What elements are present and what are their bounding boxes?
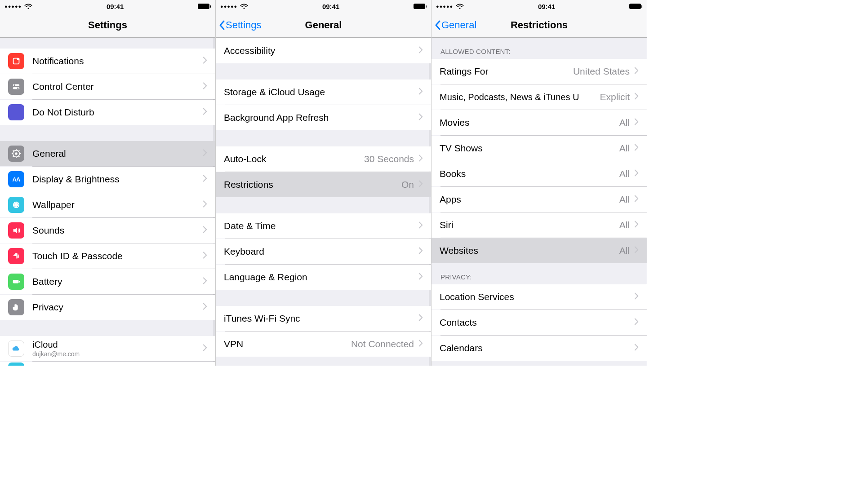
row-label: Language & Region	[224, 272, 418, 282]
row-privacy[interactable]: Privacy	[0, 295, 215, 320]
row-tv-shows[interactable]: TV Shows All	[432, 136, 647, 161]
row-calendars[interactable]: Calendars	[432, 336, 647, 361]
row-label: Background App Refresh	[224, 112, 418, 123]
nav-bar: General Restrictions	[432, 13, 647, 38]
row-label: Ratings For	[440, 66, 573, 76]
row-accessibility[interactable]: Accessibility	[216, 38, 431, 63]
row-display-brightness[interactable]: AA Display & Brightness	[0, 167, 215, 192]
row-label: iCloud	[32, 340, 203, 349]
row-keyboard[interactable]: Keyboard	[216, 239, 431, 264]
chevron-right-icon	[634, 344, 639, 353]
restrictions-list[interactable]: ALLOWED CONTENT: Ratings For United Stat…	[432, 38, 647, 366]
status-time: 09:41	[538, 3, 555, 10]
general-list[interactable]: Accessibility Storage & iCloud Usage Bac…	[216, 38, 431, 366]
page-title: Settings	[88, 19, 127, 31]
row-label: Books	[440, 168, 619, 179]
partial-icon	[8, 363, 24, 366]
row-apps[interactable]: Apps All	[432, 187, 647, 212]
screen-restrictions: ●●●●● 09:41 General Restrictions ALLOWED…	[432, 0, 647, 366]
status-time: 09:41	[107, 3, 124, 10]
row-date-time[interactable]: Date & Time	[216, 213, 431, 239]
chevron-right-icon	[634, 318, 639, 327]
row-detail: All	[619, 168, 630, 179]
row-touch-id[interactable]: Touch ID & Passcode	[0, 243, 215, 269]
signal-dots-icon: ●●●●●	[4, 4, 22, 9]
row-label: Keyboard	[224, 246, 418, 256]
row-control-center[interactable]: Control Center	[0, 74, 215, 99]
row-notifications[interactable]: Notifications	[0, 49, 215, 74]
row-books[interactable]: Books All	[432, 161, 647, 186]
row-ratings-for[interactable]: Ratings For United States	[432, 59, 647, 84]
battery-icon	[198, 4, 211, 9]
chevron-right-icon	[203, 108, 207, 117]
svg-point-4	[14, 84, 16, 86]
chevron-right-icon	[634, 67, 639, 76]
row-wallpaper[interactable]: Wallpaper	[0, 192, 215, 217]
row-websites[interactable]: Websites All	[432, 238, 647, 263]
row-movies[interactable]: Movies All	[432, 110, 647, 135]
row-label: Accessibility	[224, 45, 418, 56]
row-label: Auto-Lock	[224, 154, 364, 164]
svg-point-7	[15, 152, 18, 155]
chevron-right-icon	[203, 175, 207, 184]
back-button[interactable]: General	[434, 19, 476, 31]
back-label: Settings	[226, 19, 262, 31]
row-siri[interactable]: Siri All	[432, 212, 647, 238]
row-label: TV Shows	[440, 143, 619, 153]
wifi-icon	[240, 4, 248, 9]
status-time: 09:41	[322, 3, 339, 10]
section-header-allowed: ALLOWED CONTENT:	[432, 38, 647, 59]
row-label: Calendars	[440, 343, 634, 353]
row-general[interactable]: General	[0, 141, 215, 166]
row-background-refresh[interactable]: Background App Refresh	[216, 105, 431, 130]
battery-icon	[629, 4, 642, 9]
chevron-right-icon	[418, 46, 423, 55]
row-language-region[interactable]: Language & Region	[216, 265, 431, 290]
row-icloud[interactable]: iCloud dujkan@me.com	[0, 336, 215, 361]
row-label: Privacy	[32, 302, 203, 312]
row-label: Wallpaper	[32, 199, 203, 210]
row-label: Apps	[440, 194, 619, 204]
chevron-right-icon	[418, 314, 423, 323]
row-contacts[interactable]: Contacts	[432, 310, 647, 335]
row-storage[interactable]: Storage & iCloud Usage	[216, 80, 431, 105]
row-itunes-wifi-sync[interactable]: iTunes Wi-Fi Sync	[216, 306, 431, 331]
row-label: Sounds	[32, 225, 203, 235]
row-location-services[interactable]: Location Services	[432, 284, 647, 309]
screen-settings: ●●●●● 09:41 Settings Notifications Contr…	[0, 0, 216, 366]
row-sounds[interactable]: Sounds	[0, 218, 215, 243]
page-title: Restrictions	[511, 19, 568, 31]
row-label: Location Services	[440, 292, 634, 302]
row-do-not-disturb[interactable]: Do Not Disturb	[0, 100, 215, 125]
chevron-right-icon	[203, 82, 207, 91]
row-label: VPN	[224, 339, 351, 349]
row-label: Touch ID & Passcode	[32, 251, 203, 261]
svg-point-5	[17, 87, 19, 89]
icloud-icon	[8, 340, 24, 357]
back-button[interactable]: Settings	[218, 19, 262, 31]
settings-list[interactable]: Notifications Control Center Do Not Dist…	[0, 38, 215, 366]
row-vpn[interactable]: VPN Not Connected	[216, 332, 431, 357]
back-label: General	[441, 19, 476, 31]
svg-line-14	[19, 150, 20, 151]
battery-row-icon	[8, 274, 24, 290]
row-battery[interactable]: Battery	[0, 269, 215, 294]
chevron-right-icon	[418, 88, 423, 97]
nav-bar: Settings General	[216, 13, 431, 38]
row-label: Date & Time	[224, 221, 418, 231]
section-header-privacy: PRIVACY:	[432, 263, 647, 284]
chevron-right-icon	[203, 149, 207, 158]
status-bar: ●●●●● 09:41	[216, 0, 431, 13]
svg-line-15	[13, 156, 14, 157]
svg-line-13	[19, 156, 20, 157]
row-partial[interactable]	[0, 362, 215, 366]
row-auto-lock[interactable]: Auto-Lock 30 Seconds	[216, 146, 431, 172]
notifications-icon	[8, 53, 24, 69]
control-center-icon	[8, 79, 24, 95]
chevron-right-icon	[634, 221, 639, 230]
row-restrictions[interactable]: Restrictions On	[216, 172, 431, 197]
sounds-icon	[8, 222, 24, 239]
row-music-podcasts[interactable]: Music, Podcasts, News & iTunes U Explici…	[432, 84, 647, 110]
chevron-right-icon	[634, 144, 639, 153]
status-bar: ●●●●● 09:41	[432, 0, 647, 13]
